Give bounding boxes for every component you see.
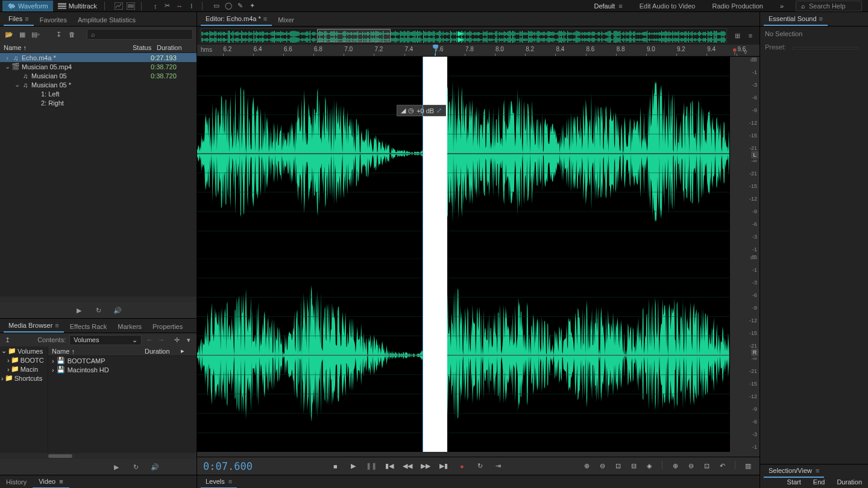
tab-amp-stats[interactable]: Amplitude Statistics: [73, 14, 140, 26]
toggle-ui-icon[interactable]: ▥: [743, 461, 753, 472]
go-start-button[interactable]: ▮◀: [384, 461, 395, 472]
tab-history[interactable]: History: [0, 476, 33, 488]
play-button[interactable]: ▶: [348, 461, 359, 472]
zoom-full-icon[interactable]: ⊡: [612, 461, 623, 472]
time-display[interactable]: 0:07.600: [203, 460, 253, 472]
mode-waveform-button[interactable]: Waveform: [2, 1, 53, 11]
col-status[interactable]: Status: [133, 44, 157, 51]
overview-viewport[interactable]: [317, 29, 391, 42]
file-row[interactable]: ⌄♫Musician 05 *: [0, 80, 197, 89]
file-row[interactable]: 1: Left: [0, 89, 197, 98]
channel-left[interactable]: [197, 57, 729, 250]
up-folder-icon[interactable]: ↥: [4, 334, 12, 345]
razor-tool-icon[interactable]: ✂: [162, 1, 173, 11]
tab-favorites[interactable]: Favorites: [35, 14, 72, 26]
autoplay-icon[interactable]: 🔊: [112, 305, 123, 315]
tab-essential-sound[interactable]: Essential Sound≡: [764, 13, 828, 26]
zoom-in-icon[interactable]: ⊕: [581, 461, 592, 472]
go-end-button[interactable]: ▶▮: [438, 461, 449, 472]
workspace-default[interactable]: Default≡: [585, 0, 631, 12]
spectral-pitch-icon[interactable]: [125, 1, 136, 11]
tree-row[interactable]: ›📁Macin: [0, 364, 48, 374]
files-scrollbar[interactable]: [0, 296, 197, 302]
rewind-button[interactable]: ◀◀: [402, 461, 413, 472]
file-row[interactable]: ⌄🎬Musician 05.mp40:38.720: [0, 62, 197, 71]
heal-tool-icon[interactable]: ✦: [247, 1, 258, 11]
move-tool-icon[interactable]: ↕: [150, 1, 161, 11]
playhead[interactable]: [435, 45, 436, 56]
marquee-tool-icon[interactable]: ▭: [211, 1, 222, 11]
zoom-reset-amp-icon[interactable]: ⊡: [701, 461, 712, 472]
zoom-in-amp-icon[interactable]: ⊕: [670, 461, 681, 472]
file-row[interactable]: ♫Musician 050:38.720: [0, 71, 197, 80]
new-multitrack-icon[interactable]: ▤+: [30, 29, 41, 40]
zoom-in-point-icon[interactable]: ◈: [644, 461, 655, 472]
hud-volume[interactable]: ◢ ◷ +0 dB ⤢: [397, 105, 446, 116]
overview-track[interactable]: [201, 28, 727, 43]
col-duration[interactable]: Duration: [145, 348, 181, 355]
tab-mixer[interactable]: Mixer: [273, 14, 299, 26]
waveform-area[interactable]: ◢ ◷ +0 dB ⤢ L R dB-1-3-6-9-12-15-21-: [197, 57, 760, 452]
col-name[interactable]: Name ↑: [4, 44, 133, 51]
loop-icon[interactable]: ↻: [130, 462, 141, 472]
autoplay-icon[interactable]: 🔊: [149, 462, 160, 472]
filter-icon[interactable]: ▾: [184, 334, 193, 345]
loop-icon[interactable]: ↻: [93, 305, 104, 315]
waveform-canvas[interactable]: ◢ ◷ +0 dB ⤢: [197, 57, 729, 452]
lasso-tool-icon[interactable]: ◯: [223, 1, 234, 11]
slip-tool-icon[interactable]: ↔: [174, 1, 185, 11]
col-name[interactable]: Name ↑: [52, 348, 145, 355]
list-item[interactable]: ›💾BOOTCAMP: [48, 356, 197, 365]
preset-dropdown[interactable]: [792, 47, 858, 49]
tab-levels[interactable]: Levels≡: [201, 475, 237, 489]
insert-icon[interactable]: ↧: [53, 29, 64, 40]
overview-strip[interactable]: ⊞ ≡: [197, 27, 760, 45]
tab-effects-rack[interactable]: Effects Rack: [65, 321, 112, 333]
zoom-nav-icon[interactable]: ⊞: [732, 31, 743, 40]
channel-right[interactable]: [197, 258, 729, 452]
col-duration[interactable]: Duration: [157, 44, 193, 51]
tree-row[interactable]: ⌄📁Volumes: [0, 346, 48, 355]
tree-row[interactable]: ›📁Shortcuts: [0, 374, 48, 383]
zoom-sel-icon[interactable]: ⊟: [628, 461, 639, 472]
search-help[interactable]: ⌕ Search Help: [796, 1, 862, 11]
contents-dropdown[interactable]: Volumes⌄: [69, 335, 142, 345]
zoom-out-amp-icon[interactable]: ⊖: [685, 461, 696, 472]
file-row[interactable]: 2: Right: [0, 98, 197, 107]
playhead-handle-icon[interactable]: [433, 45, 438, 49]
back-icon[interactable]: ←: [145, 334, 154, 345]
list-item[interactable]: ›💾Macintosh HD: [48, 365, 197, 374]
files-search[interactable]: ⌕: [87, 29, 193, 40]
toggle-channels-icon[interactable]: ≡: [745, 31, 756, 40]
pause-button[interactable]: ❚❚: [366, 461, 377, 472]
time-ruler[interactable]: hms 6.26.46.66.87.07.27.47.67.88.08.28.4…: [197, 45, 760, 57]
editor-hscroll[interactable]: [197, 452, 760, 457]
tab-files[interactable]: Files≡: [4, 13, 34, 26]
tab-video[interactable]: Video≡: [33, 475, 69, 489]
spectral-freq-icon[interactable]: [113, 1, 124, 11]
media-scrollbar[interactable]: [0, 453, 197, 459]
open-file-icon[interactable]: 📂: [4, 29, 14, 40]
mode-multitrack-button[interactable]: Multitrack: [53, 1, 102, 11]
pin-icon[interactable]: 📍: [729, 47, 740, 57]
brush-tool-icon[interactable]: ✎: [235, 1, 246, 11]
workspace-radio[interactable]: Radio Production: [703, 0, 771, 12]
tab-selection-view[interactable]: Selection/View≡: [764, 465, 824, 478]
record-button[interactable]: ●: [456, 461, 467, 472]
zoom-undo-icon[interactable]: ↶: [717, 461, 728, 472]
file-row[interactable]: ›♫Echo.m4a *0:27.193: [0, 53, 197, 62]
close-file-icon[interactable]: 🗑: [66, 29, 77, 40]
loop-button[interactable]: ↻: [474, 461, 485, 472]
play-icon[interactable]: ▶: [111, 462, 122, 472]
new-file-icon[interactable]: ▦: [17, 29, 28, 40]
tree-row[interactable]: ›📁BOOTC: [0, 355, 48, 364]
skip-sel-button[interactable]: ⇥: [492, 461, 503, 472]
tab-markers[interactable]: Markers: [113, 321, 146, 333]
marker-icon[interactable]: ▿: [740, 47, 751, 57]
stop-button[interactable]: ■: [330, 461, 341, 472]
tab-editor[interactable]: Editor: Echo.m4a *≡: [201, 13, 272, 26]
fwd-icon[interactable]: →: [157, 334, 166, 345]
tab-properties[interactable]: Properties: [148, 321, 187, 333]
add-shortcut-icon[interactable]: ✛: [173, 334, 181, 345]
workspace-edit-av[interactable]: Edit Audio to Video: [631, 0, 704, 12]
